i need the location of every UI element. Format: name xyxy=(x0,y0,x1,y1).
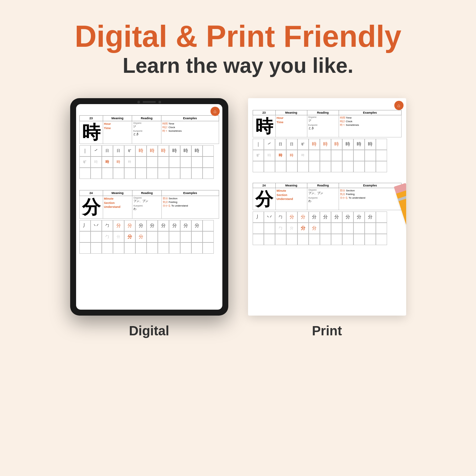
kanji-24-reading: Onyomi: フン、ブン Kunyomi: わ xyxy=(132,196,162,218)
col-examples-24: Examples xyxy=(161,190,219,196)
practice-grid-23-print: ｜ ㇒ 日 日 旷 時 時 時 時 時 時 旷 時 時 時 xyxy=(253,139,402,172)
main-title: Digital & Print Friendly xyxy=(75,20,402,53)
kanji-23-char: 時 xyxy=(79,121,103,144)
col-meaning: Meaning xyxy=(103,115,132,121)
kanji-24-reading-print: Onyomi: フン、ブン Kunyomi: わ xyxy=(307,188,339,210)
practice-grid-24-print: 丿 丷 勹 分 分 分 分 分 分 分 分 勹 分 xyxy=(253,211,402,245)
print-col-meaning-24: Meaning xyxy=(275,183,307,188)
kanji-24-examples-print: 部分 Section 気分 Feeling 分かる To understand xyxy=(339,188,401,210)
kanji-23-table-print: 23 Meaning Reading Examples 時 HourTime xyxy=(253,110,402,137)
practice-grid-24-digital: 丿 丷 勹 分 分 分 分 分 分 分 分 xyxy=(79,220,219,254)
header: Digital & Print Friendly Learn the way y… xyxy=(75,20,402,78)
kanji-23-meaning-print: HourTime xyxy=(275,115,307,137)
kanji-24-char: 分 xyxy=(79,196,103,218)
kanji-23-table-digital: 23 Meaning Reading Examples 時 Hou xyxy=(79,115,219,144)
kanji-24-table-print: 24 Meaning Reading Examples 分 MinuteSect… xyxy=(253,183,402,210)
kanji-23-char-print: 時 xyxy=(253,115,275,137)
print-col-num-24: 24 xyxy=(253,183,275,188)
kanji-24-meaning-print: MinuteSectionUnderstand xyxy=(275,188,307,210)
kanji-24-table-digital: 24 Meaning Reading Examples 分 Min xyxy=(79,190,219,219)
col-reading-24: Reading xyxy=(132,190,162,196)
print-label: Print xyxy=(312,323,342,338)
print-device-wrapper: ⌂ 23 Meaning Reading Examples 時 xyxy=(248,98,406,338)
tablet-speaker xyxy=(143,101,156,103)
camera-dot xyxy=(137,101,140,103)
print-col-num: 23 xyxy=(253,110,275,115)
kanji-23-reading: Onyomi: ジ Kunyomi: とき xyxy=(132,121,161,144)
kanji-23-meaning: HourTime xyxy=(103,121,132,144)
paper: ⌂ 23 Meaning Reading Examples 時 xyxy=(248,98,406,316)
sub-title: Learn the way you like. xyxy=(75,53,402,78)
home-icon-print: ⌂ xyxy=(394,101,404,110)
kanji-24-examples: 部分 Section 気分 Feeling 分かる To understand xyxy=(161,196,219,218)
kanji-23-examples-print: 時間 Time 時計 Clock 時々 Sometimes xyxy=(339,115,401,137)
tablet-camera-bar xyxy=(137,101,161,103)
col-num: 23 xyxy=(79,115,103,121)
print-col-reading: Reading xyxy=(307,110,339,115)
tablet: ⌂ 23 Meaning Reading Examples xyxy=(70,98,228,316)
col-num-24: 24 xyxy=(79,190,103,196)
pencil-eraser-band xyxy=(398,195,406,201)
digital-device-wrapper: ⌂ 23 Meaning Reading Examples xyxy=(70,98,228,338)
print-col-examples-24: Examples xyxy=(339,183,401,188)
tablet-screen: ⌂ 23 Meaning Reading Examples xyxy=(76,104,222,310)
home-icon: ⌂ xyxy=(210,107,220,116)
digital-label: Digital xyxy=(129,323,169,338)
devices-container: ⌂ 23 Meaning Reading Examples xyxy=(70,98,406,338)
print-col-examples: Examples xyxy=(339,110,401,115)
kanji-24-meaning: MinuteSectionUnderstand xyxy=(103,196,132,218)
practice-grid-23-digital: ｜ ㇒ 日 日 旷 時 時 時 時 時 時 旷 xyxy=(79,145,219,179)
col-meaning-24: Meaning xyxy=(103,190,132,196)
print-col-meaning: Meaning xyxy=(275,110,307,115)
print-col-reading-24: Reading xyxy=(307,183,339,188)
col-examples: Examples xyxy=(161,115,219,121)
col-reading: Reading xyxy=(132,115,161,121)
kanji-23-reading-print: Onyomi: ジ Kunyomi: とき xyxy=(307,115,339,137)
apple-pencil xyxy=(220,224,222,290)
kanji-24-char-print: 分 xyxy=(253,188,275,210)
kanji-23-examples: 時間 Time 時計 Clock 時々 Sometimes xyxy=(161,121,219,144)
camera-dot-2 xyxy=(158,101,161,103)
